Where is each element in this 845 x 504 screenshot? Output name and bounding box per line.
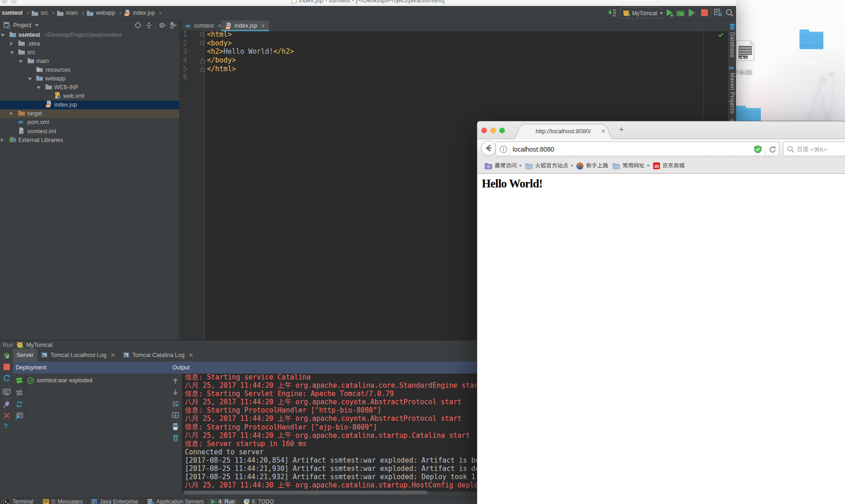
- reload-icon[interactable]: [769, 146, 776, 153]
- code-line[interactable]: [207, 73, 294, 82]
- url-bar[interactable]: localhost:8080: [496, 142, 779, 156]
- statusbar-run[interactable]: 4: Run: [207, 498, 238, 504]
- fold-end-marker-icon[interactable]: [200, 66, 204, 71]
- expanded-arrow-icon[interactable]: [37, 86, 40, 89]
- code-line[interactable]: </html>: [207, 65, 294, 74]
- bookmark-common-sites[interactable]: [612, 163, 650, 170]
- editor-tab-ssmtest[interactable]: m ssmtest✕: [182, 20, 225, 31]
- help-icon[interactable]: ?: [4, 422, 8, 430]
- bookmark-getting-started[interactable]: [576, 162, 608, 170]
- jump-to-source-icon[interactable]: [15, 412, 23, 420]
- vcs-update-icon[interactable]: 011001: [608, 8, 618, 17]
- url-text[interactable]: localhost:8080: [513, 146, 554, 153]
- expanded-arrow-icon[interactable]: [19, 60, 23, 63]
- bookmark-most-visited[interactable]: [485, 163, 522, 170]
- deploy-all-icon[interactable]: [15, 376, 23, 384]
- soft-wrap-icon[interactable]: [171, 400, 180, 408]
- code-line[interactable]: <html>: [207, 30, 294, 39]
- editor-tab-indexjsp[interactable]: JSP index.jsp✕: [221, 20, 269, 31]
- tree-item-webapp[interactable]: webapp: [0, 74, 179, 83]
- inspections-ok-icon[interactable]: [718, 33, 724, 37]
- debug-button[interactable]: [676, 9, 685, 17]
- fold-marker-icon[interactable]: [200, 32, 204, 36]
- security-shield-icon[interactable]: [754, 145, 762, 153]
- stop-icon[interactable]: [3, 363, 11, 371]
- expanded-arrow-icon[interactable]: [1, 34, 5, 37]
- collapsed-arrow-icon[interactable]: [1, 138, 4, 142]
- refresh-deployment-icon[interactable]: [15, 400, 23, 408]
- pin-icon[interactable]: [3, 401, 11, 408]
- scrollbar-thumb[interactable]: [184, 491, 428, 494]
- tab-server[interactable]: Server: [13, 349, 37, 362]
- restart-server-icon[interactable]: [3, 374, 11, 382]
- tree-item-target[interactable]: target: [0, 109, 179, 118]
- tree-item--idea[interactable]: .idea: [0, 39, 179, 48]
- tree-item-web-xml[interactable]: web.xml: [0, 92, 179, 101]
- fold-end-marker-icon[interactable]: [200, 57, 204, 62]
- close-traffic-light[interactable]: [481, 128, 487, 133]
- tree-item-resources[interactable]: resources: [0, 65, 179, 74]
- bookmark-jd[interactable]: JD: [653, 162, 685, 170]
- collapsed-arrow-icon[interactable]: [10, 112, 13, 115]
- database-tool-button[interactable]: Database: [729, 32, 736, 57]
- stop-button[interactable]: [701, 9, 708, 16]
- tree-item-main[interactable]: main: [0, 57, 179, 65]
- hide-panel-icon[interactable]: [170, 22, 177, 29]
- desktop-icon-xlsx[interactable]: XLSX: [734, 40, 757, 61]
- maven-m-icon[interactable]: m: [729, 64, 736, 71]
- tab-close-icon[interactable]: ✕: [601, 128, 606, 135]
- back-button[interactable]: [481, 141, 496, 156]
- coverage-button[interactable]: [688, 8, 697, 17]
- desktop-icon-photos-folder[interactable]: [799, 28, 824, 50]
- expanded-arrow-icon[interactable]: [28, 78, 32, 80]
- statusbar-messages[interactable]: 0: Messages: [43, 498, 83, 504]
- dump-threads-icon[interactable]: [3, 388, 11, 396]
- maven-projects-tool-button[interactable]: Maven Projects: [729, 73, 736, 114]
- tree-item-web-inf[interactable]: WEB-INF: [0, 83, 179, 92]
- clear-console-icon[interactable]: [171, 434, 180, 442]
- site-info-icon[interactable]: [499, 145, 508, 153]
- tab-tomcat-localhost-log[interactable]: Tomcat Localhost Log✕: [37, 349, 119, 362]
- tab-tomcat-catalina-log[interactable]: Tomcat Catalina Log✕: [119, 349, 197, 362]
- run-button[interactable]: [665, 8, 674, 17]
- desktop-icon-folder2[interactable]: [734, 104, 762, 124]
- minimize-traffic-light[interactable]: [491, 128, 496, 133]
- browser-tab[interactable]: http://localhost:8080/ ✕: [513, 124, 613, 139]
- close-icon[interactable]: ✕: [261, 23, 265, 29]
- deployment-item[interactable]: ssmtest:war exploded: [26, 375, 169, 385]
- bookmark-firefox-official[interactable]: [525, 163, 573, 170]
- new-tab-button[interactable]: +: [619, 125, 624, 135]
- code-line[interactable]: <h2>Hello World!</h2>: [207, 47, 294, 56]
- statusbar-application-servers[interactable]: Application Servers: [147, 498, 204, 504]
- fold-marker-icon[interactable]: [200, 41, 204, 45]
- tool-windows-icon[interactable]: [714, 9, 722, 17]
- code-line[interactable]: <body>: [207, 39, 294, 48]
- statusbar-todo[interactable]: 6: TODO: [243, 498, 274, 504]
- expanded-arrow-icon[interactable]: [10, 51, 14, 54]
- run-config-selector[interactable]: MyTomcat: [620, 7, 662, 19]
- console-line: : Starting service Catalina: [185, 374, 484, 381]
- locate-icon[interactable]: [134, 22, 142, 29]
- print-icon[interactable]: [171, 423, 180, 430]
- search-bar[interactable]: <⌘K>: [783, 142, 845, 156]
- scroll-to-end-icon[interactable]: [171, 412, 180, 419]
- close-icon[interactable]: ✕: [110, 352, 115, 358]
- collapsed-arrow-icon[interactable]: [10, 42, 13, 45]
- code-line[interactable]: </body>: [207, 56, 294, 65]
- zoom-traffic-light[interactable]: [499, 128, 505, 133]
- search-everywhere-icon[interactable]: [725, 9, 734, 17]
- close-panel-icon[interactable]: [3, 412, 11, 419]
- tree-item-index-jsp[interactable]: JSPindex.jsp: [0, 101, 179, 109]
- tree-item-src[interactable]: src: [0, 48, 179, 57]
- close-icon[interactable]: ✕: [188, 352, 193, 358]
- tree-item-ssmtest-iml[interactable]: ssmtest.iml: [0, 127, 179, 136]
- tree-item-pom-xml[interactable]: mpom.xml: [0, 118, 179, 127]
- tree-item-ssmtest[interactable]: ssmtest~/Desktop/Project/java/ssmtest: [0, 30, 179, 39]
- statusbar-terminal[interactable]: Terminal: [4, 498, 33, 504]
- statusbar-java-enterprise[interactable]: Java Enterprise: [91, 498, 138, 504]
- tree-item-external-libraries[interactable]: External Libraries: [0, 136, 179, 144]
- settings-gear-icon[interactable]: [159, 22, 167, 29]
- database-icon[interactable]: [729, 23, 736, 30]
- collapse-all-icon[interactable]: [145, 22, 153, 29]
- rerun-icon[interactable]: [3, 352, 11, 360]
